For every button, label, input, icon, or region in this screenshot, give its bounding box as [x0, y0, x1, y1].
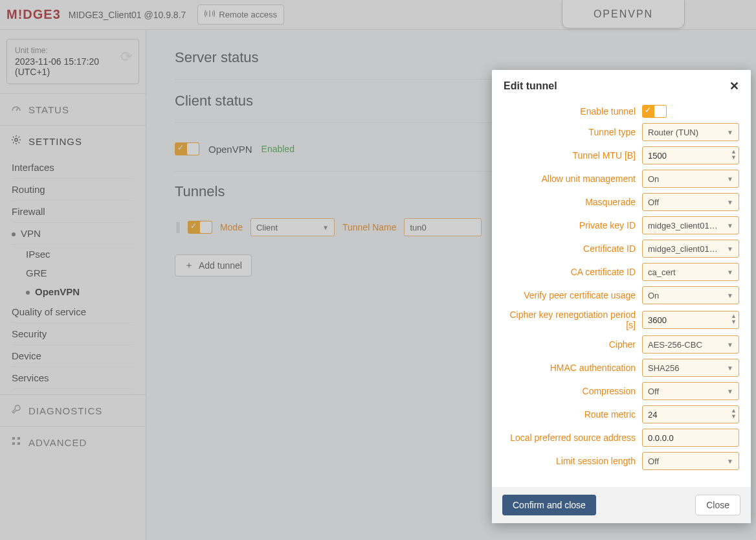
cipher-select[interactable]: AES-256-CBC▼ [642, 335, 739, 354]
spinner-icon[interactable]: ▲▼ [731, 313, 737, 325]
compression-value: Off [648, 387, 659, 396]
hmac-select[interactable]: SHA256▼ [642, 359, 739, 377]
private-key-select[interactable]: midge3_client01_key▼ [642, 216, 739, 234]
private-key-label: Private key ID [504, 220, 642, 231]
verify-peer-select[interactable]: On▼ [642, 286, 739, 304]
compression-select[interactable]: Off▼ [642, 382, 739, 400]
tunnel-type-value: Router (TUN) [648, 128, 698, 137]
chevron-down-icon: ▼ [727, 365, 733, 372]
local-source-label: Local preferred source address [504, 433, 642, 443]
chevron-down-icon: ▼ [727, 458, 733, 465]
local-source-input[interactable] [642, 429, 739, 447]
reneg-period-label: Cipher key renegotiation period [s] [504, 309, 642, 330]
chevron-down-icon: ▼ [727, 292, 733, 299]
masquerade-select[interactable]: Off▼ [642, 193, 739, 211]
modal-title: Edit tunnel [504, 80, 557, 92]
private-key-value: midge3_client01_key [648, 221, 719, 231]
certificate-label: Certificate ID [504, 243, 642, 254]
masquerade-value: Off [648, 197, 659, 207]
cipher-label: Cipher [504, 339, 642, 350]
enable-tunnel-toggle[interactable] [642, 105, 667, 118]
verify-peer-value: On [648, 291, 659, 300]
verify-peer-label: Verify peer certificate usage [504, 290, 642, 300]
chevron-down-icon: ▼ [727, 222, 733, 229]
limit-session-select[interactable]: Off▼ [642, 452, 739, 470]
route-metric-input[interactable] [642, 405, 739, 423]
spinner-icon[interactable]: ▲▼ [731, 149, 737, 161]
certificate-value: midge3_client01_cert [648, 244, 719, 254]
allow-mgmt-label: Allow unit management [504, 174, 642, 184]
allow-mgmt-select[interactable]: On▼ [642, 170, 739, 188]
hmac-label: HMAC authentication [504, 363, 642, 373]
limit-session-value: Off [648, 456, 659, 466]
route-metric-label: Route metric [504, 409, 642, 420]
chevron-down-icon: ▼ [727, 245, 733, 253]
hmac-value: SHA256 [648, 363, 679, 373]
tunnel-type-label: Tunnel type [504, 127, 642, 137]
allow-mgmt-value: On [648, 174, 659, 184]
close-icon[interactable]: ✕ [729, 79, 739, 93]
masquerade-label: Masquerade [504, 197, 642, 207]
spinner-icon[interactable]: ▲▼ [731, 408, 737, 420]
ca-cert-select[interactable]: ca_cert▼ [642, 263, 739, 281]
tunnel-type-select[interactable]: Router (TUN)▼ [642, 123, 739, 141]
chevron-down-icon: ▼ [727, 269, 733, 276]
tunnel-mtu-input[interactable] [642, 146, 739, 164]
chevron-down-icon: ▼ [727, 129, 733, 136]
compression-label: Compression [504, 386, 642, 396]
limit-session-label: Limit session length [504, 456, 642, 466]
enable-tunnel-label: Enable tunnel [504, 106, 642, 117]
certificate-select[interactable]: midge3_client01_cert▼ [642, 240, 739, 258]
chevron-down-icon: ▼ [727, 199, 733, 206]
cipher-value: AES-256-CBC [648, 340, 702, 350]
chevron-down-icon: ▼ [727, 341, 733, 348]
chevron-down-icon: ▼ [727, 388, 733, 395]
chevron-down-icon: ▼ [727, 175, 733, 183]
edit-tunnel-modal: Edit tunnel ✕ Enable tunnel Tunnel type … [492, 70, 751, 523]
ca-cert-value: ca_cert [648, 267, 676, 277]
tunnel-mtu-label: Tunnel MTU [B] [504, 150, 642, 161]
ca-cert-label: CA certificate ID [504, 267, 642, 277]
close-button[interactable]: Close [695, 495, 740, 515]
confirm-close-button[interactable]: Confirm and close [502, 495, 596, 515]
reneg-period-input[interactable] [642, 311, 739, 329]
